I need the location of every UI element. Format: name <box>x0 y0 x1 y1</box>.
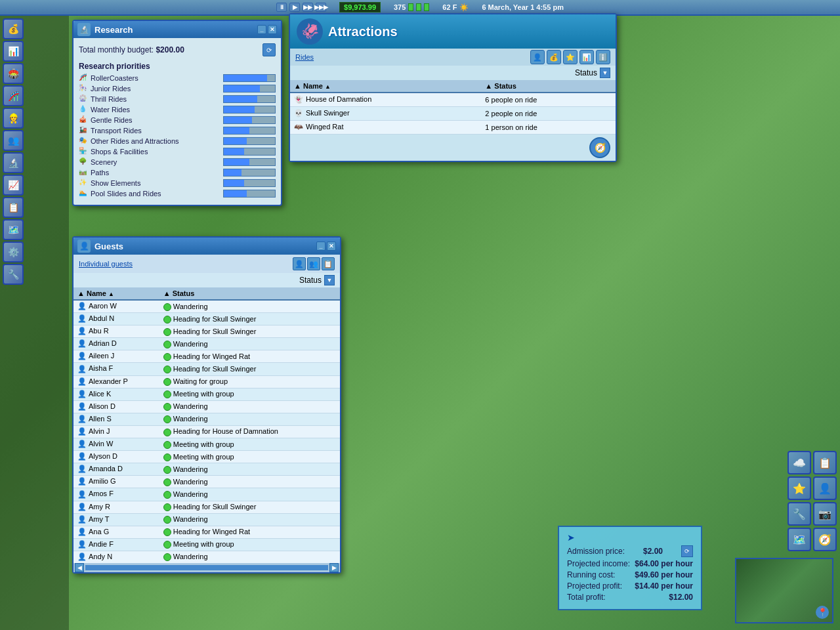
sidebar-staff-icon[interactable]: 👷 <box>3 108 24 129</box>
research-bar-container[interactable] <box>223 158 276 166</box>
sidebar-park-icon[interactable]: 🏟️ <box>3 63 24 84</box>
right-icon-camera[interactable]: 📷 <box>813 502 837 526</box>
play-btn[interactable]: ▶ <box>289 3 300 12</box>
guest-col-status[interactable]: ▲ Status <box>159 287 340 300</box>
right-icon-panel: ☁️ 📋 ⭐ 👤 🔧 📷 🗺️ 🧭 <box>788 451 837 551</box>
budget-spinner[interactable]: ⟳ <box>262 43 276 56</box>
research-bar-container[interactable] <box>223 95 276 103</box>
research-bar-container[interactable] <box>223 74 276 82</box>
att-ctrl-money[interactable]: 💰 <box>547 50 561 64</box>
right-icon-map[interactable]: 🗺️ <box>788 528 811 551</box>
right-icon-wrench[interactable]: 🔧 <box>788 502 811 526</box>
list-item[interactable]: 👤Amy T Wandering <box>74 513 340 526</box>
research-bar-container[interactable] <box>223 148 276 156</box>
list-item[interactable]: 👤Aileen J Heading for Winged Rat <box>74 350 340 363</box>
list-item[interactable]: 👤Abdul N Heading for Skull Swinger <box>74 313 340 326</box>
list-item[interactable]: 👤Alvin J Heading for House of Damnation <box>74 425 340 438</box>
guests-view-individual[interactable]: 👤 <box>293 257 306 270</box>
att-ctrl-info[interactable]: ℹ️ <box>596 50 610 64</box>
research-bar-container[interactable] <box>223 116 276 124</box>
list-item[interactable]: 👤Alyson D Meeting with group <box>74 451 340 463</box>
sidebar-wrench-icon[interactable]: 🔧 <box>3 264 24 285</box>
research-bar-container[interactable] <box>223 190 276 198</box>
right-icon-list[interactable]: 📋 <box>813 451 837 474</box>
research-bar-container[interactable] <box>223 106 276 114</box>
guest-col-name[interactable]: ▲ Name <box>74 287 159 300</box>
guests-scroll-left[interactable]: ◀ <box>75 563 84 572</box>
research-bar-container[interactable] <box>223 169 276 177</box>
list-item[interactable]: 👤Alexander P Waiting for group <box>74 375 340 388</box>
right-icon-cloud[interactable]: ☁️ <box>788 451 811 474</box>
list-item[interactable]: 👤Adrian D Wandering <box>74 338 340 350</box>
pause-btn[interactable]: ⏸ <box>276 3 287 12</box>
research-item-icon: 🎡 <box>79 94 88 104</box>
research-bar-container[interactable] <box>223 179 276 187</box>
guests-table-container[interactable]: ▲ Name ▲ Status 👤Aaron W Wandering 👤Abdu… <box>74 287 340 563</box>
right-icon-nav[interactable]: 🧭 <box>813 528 837 551</box>
research-close[interactable]: ✕ <box>268 25 277 34</box>
research-bar-container[interactable] <box>223 137 276 145</box>
sidebar-scenario-icon[interactable]: 📋 <box>3 197 24 218</box>
guests-filter-arrow[interactable]: ▼ <box>324 275 335 285</box>
attractions-filter-label: Status <box>575 68 597 77</box>
research-bar-container[interactable] <box>223 127 276 135</box>
guests-scroll-right[interactable]: ▶ <box>329 563 339 572</box>
list-item[interactable]: 👤Amos F Wandering <box>74 488 340 501</box>
list-item[interactable]: 👤Andie F Meeting with group <box>74 538 340 551</box>
rides-tab[interactable]: Rides <box>295 53 314 61</box>
guests-scrollbar[interactable] <box>85 565 328 570</box>
sidebar-rides-icon[interactable]: 🎢 <box>3 85 24 106</box>
guest-person-icon: 👤 <box>77 415 87 424</box>
guests-minimize[interactable]: _ <box>316 242 326 251</box>
sidebar-map-icon[interactable]: 🗺️ <box>3 219 24 240</box>
status-indicator <box>163 453 171 461</box>
att-ctrl-people[interactable]: 👤 <box>530 50 545 64</box>
list-item[interactable]: 👤Amanda D Wandering <box>74 463 340 476</box>
sidebar-graph-icon[interactable]: 📊 <box>3 41 24 62</box>
guests-view-groups[interactable]: 👥 <box>307 257 320 270</box>
research-item: 🚂 Transport Rides <box>79 126 276 135</box>
table-row[interactable]: 🦇Winged Rat 1 person on ride <box>290 121 616 135</box>
list-item[interactable]: 👤Abu R Heading for Skull Swinger <box>74 326 340 338</box>
sidebar-finance-icon[interactable]: 📈 <box>3 175 24 196</box>
list-item[interactable]: 👤Amy R Heading for Skull Swinger <box>74 501 340 513</box>
list-item[interactable]: 👤Ana G Heading for Winged Rat <box>74 526 340 538</box>
guests-close[interactable]: ✕ <box>327 242 336 251</box>
faster-btn[interactable]: ▶▶▶ <box>316 3 326 12</box>
table-row[interactable]: 💀Skull Swinger 2 people on ride <box>290 107 616 121</box>
attractions-nav-btn[interactable]: 🧭 <box>589 137 610 158</box>
att-ctrl-star[interactable]: ⭐ <box>563 50 578 64</box>
guests-view-list[interactable]: 📋 <box>322 257 335 270</box>
running-cost-row: Running cost: $49.60 per hour <box>567 570 693 579</box>
list-item[interactable]: 👤Andy N Wandering <box>74 551 340 563</box>
attractions-filter-arrow[interactable]: ▼ <box>600 68 610 78</box>
sidebar-research-icon[interactable]: 🔬 <box>3 152 24 173</box>
list-item[interactable]: 👤Aaron W Wandering <box>74 300 340 313</box>
list-item[interactable]: 👤Amilio G Wandering <box>74 476 340 488</box>
att-col-name[interactable]: ▲ Name <box>290 80 481 93</box>
guest-name-cell: 👤Alvin W <box>74 438 159 451</box>
research-bar <box>224 190 247 197</box>
guest-status-cell: Heading for House of Damnation <box>159 425 340 438</box>
fast-btn[interactable]: ▶▶ <box>303 3 313 12</box>
att-col-status[interactable]: ▲ Status <box>481 80 616 93</box>
list-item[interactable]: 👤Alvin W Meeting with group <box>74 438 340 451</box>
list-item[interactable]: 👤Allen S Wandering <box>74 413 340 425</box>
sidebar-options-icon[interactable]: ⚙️ <box>3 242 24 262</box>
list-item[interactable]: 👤Alice K Meeting with group <box>74 388 340 400</box>
guest-person-icon: 👤 <box>77 503 87 512</box>
research-bar-container[interactable] <box>223 85 276 93</box>
table-row[interactable]: 👻House of Damnation 6 people on ride <box>290 93 616 107</box>
right-icon-star[interactable]: ⭐ <box>788 476 811 500</box>
sidebar-cash-icon[interactable]: 💰 <box>3 18 24 39</box>
park-thumbnail[interactable]: 📍 <box>735 558 833 623</box>
list-item[interactable]: 👤Alison D Wandering <box>74 400 340 413</box>
att-ctrl-graph[interactable]: 📊 <box>579 50 594 64</box>
guests-subtitle[interactable]: Individual guests <box>79 260 133 268</box>
sidebar-guests-icon[interactable]: 👥 <box>3 130 24 151</box>
right-icon-person[interactable]: 👤 <box>813 476 837 500</box>
research-item-name: Transport Rides <box>91 127 223 135</box>
research-minimize[interactable]: _ <box>257 25 266 34</box>
admission-spinner[interactable]: ⟳ <box>681 545 693 557</box>
list-item[interactable]: 👤Aisha F Heading for Skull Swinger <box>74 363 340 375</box>
